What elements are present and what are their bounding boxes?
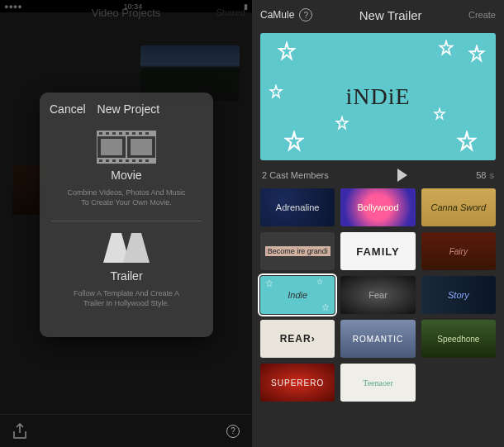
svg-rect-3 xyxy=(99,132,102,135)
trailer-description: Follow A Template And Create A Trailer I… xyxy=(51,288,202,308)
divider xyxy=(51,221,202,221)
screen-title: Video Projects xyxy=(92,7,161,19)
template-canna[interactable]: Canna Sword xyxy=(421,188,496,226)
template-superhero[interactable]: SUPERERO xyxy=(260,364,335,402)
svg-rect-11 xyxy=(99,159,102,162)
header-shared-label: Shared xyxy=(216,7,245,17)
screen-header: Video Projects Shared xyxy=(0,0,252,25)
svg-rect-7 xyxy=(126,132,129,135)
template-fear[interactable]: Fear xyxy=(340,276,415,314)
template-rear[interactable]: REAR› xyxy=(260,320,335,358)
movie-description: Combine Videos, Photos And Music To Crea… xyxy=(51,188,202,207)
template-indie[interactable]: Indie xyxy=(260,276,335,314)
screen-title: New Trailer xyxy=(359,8,422,22)
template-family[interactable]: FAMILY xyxy=(340,232,415,270)
film-icon xyxy=(97,131,156,164)
help-icon[interactable]: ? xyxy=(226,425,240,438)
trailer-option[interactable]: Trailer Follow A Template And Create A T… xyxy=(40,223,213,320)
svg-rect-9 xyxy=(139,132,142,135)
svg-rect-18 xyxy=(145,159,149,162)
play-button[interactable] xyxy=(397,169,407,182)
dialog-title: New Project xyxy=(97,102,159,116)
template-become[interactable]: Become ire grandi xyxy=(260,232,335,270)
trailer-header: CaMule ? New Trailer Create xyxy=(252,0,504,30)
movie-label: Movie xyxy=(51,169,202,182)
footer-toolbar: ? xyxy=(0,414,252,447)
template-bollywood[interactable]: Bollywood xyxy=(340,188,415,226)
template-romantic[interactable]: ROMANTIC xyxy=(340,320,415,358)
svg-rect-10 xyxy=(145,132,149,135)
create-button[interactable]: Create xyxy=(468,10,496,20)
template-teenager[interactable]: Teenaoer xyxy=(340,364,415,402)
svg-rect-13 xyxy=(112,159,116,162)
export-icon[interactable] xyxy=(12,423,27,440)
template-speedhone[interactable]: Speedhone xyxy=(421,320,496,358)
svg-rect-5 xyxy=(112,132,116,135)
svg-rect-17 xyxy=(139,159,142,162)
back-button[interactable]: CaMule xyxy=(260,9,294,21)
svg-rect-20 xyxy=(101,139,122,155)
svg-rect-16 xyxy=(132,159,136,162)
preview-info-row: 2 Cast Members 58s xyxy=(252,165,504,188)
svg-rect-6 xyxy=(119,132,122,135)
video-projects-screen: ●●●● 10:34 ▮ Video Projects Shared Cance… xyxy=(0,0,252,447)
svg-marker-23 xyxy=(123,233,150,263)
help-icon[interactable]: ? xyxy=(299,8,312,21)
preview-title-text: iNDiE xyxy=(345,83,410,110)
svg-rect-8 xyxy=(132,132,136,135)
template-story[interactable]: Story xyxy=(421,276,496,314)
svg-rect-4 xyxy=(106,132,109,135)
new-trailer-screen: CaMule ? New Trailer Create iNDiE 2 Cast… xyxy=(252,0,504,447)
duration: 58s xyxy=(476,170,494,180)
svg-rect-14 xyxy=(119,159,122,162)
svg-rect-21 xyxy=(131,139,152,155)
cancel-button[interactable]: Cancel xyxy=(50,102,86,116)
trailer-label: Trailer xyxy=(51,269,202,283)
spotlight-icon xyxy=(102,231,151,264)
template-fairy[interactable]: Fairy xyxy=(421,232,496,270)
new-project-dialog: Cancel New Project Movie Combine Videos,… xyxy=(40,93,213,337)
svg-rect-12 xyxy=(106,159,109,162)
cast-members-label: 2 Cast Members xyxy=(262,170,329,180)
trailer-preview[interactable]: iNDiE xyxy=(260,33,496,160)
svg-rect-15 xyxy=(126,159,129,162)
template-grid: Adrenaline Bollywood Canna Sword Become … xyxy=(252,188,504,402)
movie-option[interactable]: Movie Combine Videos, Photos And Music T… xyxy=(40,122,213,219)
template-adrenaline[interactable]: Adrenaline xyxy=(260,188,335,226)
